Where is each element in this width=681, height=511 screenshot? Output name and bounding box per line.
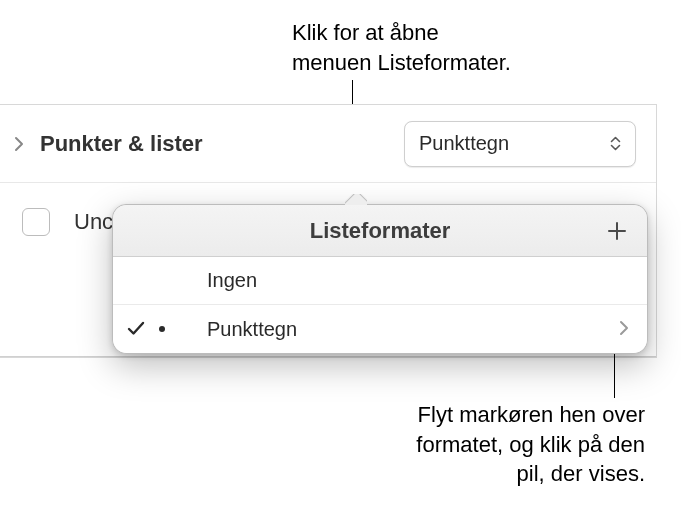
- popover-title: Listeformater: [310, 218, 451, 244]
- list-item-label: Punkttegn: [207, 318, 619, 341]
- callout-bottom-line1: Flyt markøren hen over: [325, 400, 645, 430]
- callout-top-line1: Klik for at åbne: [292, 18, 511, 48]
- list-item-label: Ingen: [207, 269, 629, 292]
- callout-top: Klik for at åbne menuen Listeformater.: [292, 18, 511, 77]
- list-item-none[interactable]: Ingen: [113, 257, 647, 305]
- list-item-bullet[interactable]: Punkttegn: [113, 305, 647, 353]
- disclosure-chevron-icon[interactable]: [8, 133, 30, 155]
- divider: [0, 356, 656, 357]
- callout-bottom-line3: pil, der vises.: [325, 459, 645, 489]
- chevron-up-down-icon: [610, 136, 621, 151]
- add-style-button[interactable]: [601, 215, 633, 247]
- bullets-lists-row: Punkter & lister Punkttegn: [0, 105, 656, 183]
- checkmark-icon: [127, 318, 145, 341]
- callout-top-line2: menuen Listeformater.: [292, 48, 511, 78]
- list-style-dropdown-value: Punkttegn: [419, 132, 610, 155]
- bullet-icon: [159, 326, 165, 332]
- list-item-lead: [127, 318, 207, 341]
- popover-list: Ingen Punkttegn: [113, 257, 647, 353]
- checkbox[interactable]: [22, 208, 50, 236]
- plus-icon: [606, 220, 628, 242]
- callout-bottom: Flyt markøren hen over formatet, og klik…: [325, 400, 645, 489]
- bullets-lists-label: Punkter & lister: [40, 131, 404, 157]
- callout-leader-bottom: [614, 348, 615, 398]
- list-style-dropdown[interactable]: Punkttegn: [404, 121, 636, 167]
- list-styles-popover: Listeformater Ingen Punkttegn: [112, 204, 648, 354]
- popover-header: Listeformater: [113, 205, 647, 257]
- callout-bottom-line2: formatet, og klik på den: [325, 430, 645, 460]
- chevron-right-icon[interactable]: [619, 318, 629, 341]
